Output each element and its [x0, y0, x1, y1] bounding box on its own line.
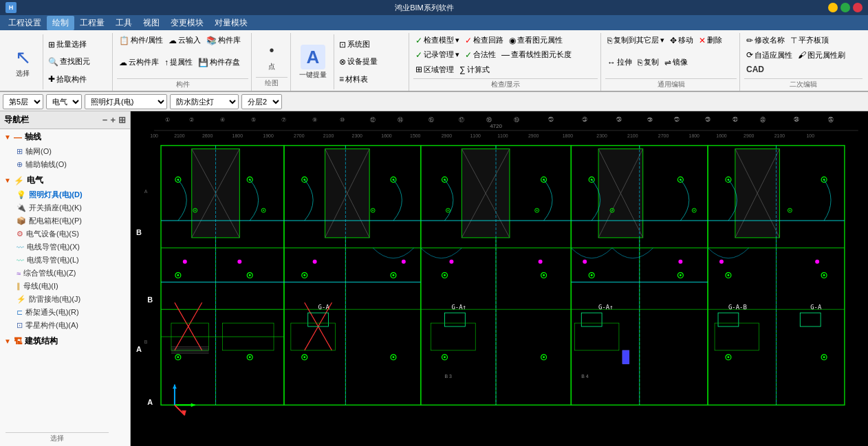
title-bar: H 鸿业BIM系列软件	[0, 0, 868, 15]
close-button[interactable]	[853, 3, 862, 12]
modify-name-label: 修改名称	[755, 35, 785, 45]
nav-plus-btn[interactable]: +	[110, 115, 116, 125]
prop-brush-icon: 🖌	[798, 50, 806, 60]
sidebar-item-axis-grid[interactable]: ⊞ 轴网(O)	[0, 145, 130, 158]
svg-point-118	[392, 356, 394, 358]
check-circuit-btn[interactable]: ✓ 检查回路	[463, 34, 506, 46]
sidebar-item-distribution-box[interactable]: 📦 配电箱柜(电)(P)	[0, 214, 130, 227]
wire-icon: 〰	[17, 256, 24, 265]
point-btn[interactable]: • 点	[254, 34, 289, 76]
copy-to-other-btn[interactable]: ⎘ 复制到其它层▾	[605, 34, 666, 46]
main-layout: 导航栏 − + ⊞ ▼ — 轴线 ⊞ 轴网(O) ⊕	[0, 111, 868, 446]
svg-point-112	[303, 274, 305, 276]
comp-lib-btn[interactable]: 📚 构件库	[204, 34, 243, 46]
svg-text:B: B	[144, 339, 148, 344]
sidebar-item-elec-equip[interactable]: ⚙ 电气设备(电)(S)	[0, 227, 130, 241]
cad-btn[interactable]: CAD	[744, 64, 766, 75]
one-key-prompt-btn[interactable]: A 一键提量	[295, 41, 331, 82]
electrical-section-header[interactable]: ▼ ⚡ 电气	[0, 172, 130, 188]
axis-grid-label: 轴网(O)	[25, 146, 52, 157]
sidebar-item-zero-comp[interactable]: ⊡ 零星构件(电)(A)	[0, 319, 130, 332]
view-line-btn[interactable]: — 查看线性图元长度	[499, 49, 574, 60]
copy-btn[interactable]: ⎘ 复制	[636, 56, 661, 68]
material-table-btn[interactable]: ≡ 材料表	[337, 74, 380, 85]
view-element-btn[interactable]: ◉ 查看图元属性	[507, 34, 565, 46]
type-select[interactable]: 防水防尘灯	[170, 94, 239, 109]
ribbon-group-secondary-edit: ✏ 修改名称 ⊤ 平齐板顶 ⟳ 自适应属性 🖌 图元属性刷 CAD 二次编辑	[741, 33, 865, 91]
auto-adapt-btn[interactable]: ⟳ 自适应属性	[744, 49, 794, 61]
sidebar-item-switch-socket[interactable]: 🔌 开关插座(电)(K)	[0, 201, 130, 214]
delete-btn[interactable]: ✕ 删除	[697, 34, 724, 46]
secondary-edit-content: ✏ 修改名称 ⊤ 平齐板顶 ⟳ 自适应属性 🖌 图元属性刷 CAD	[744, 34, 862, 77]
system-diagram-btn[interactable]: ⊡ 系统图	[337, 38, 380, 50]
discipline-select[interactable]: 电气	[46, 94, 82, 109]
elec-equip-icon: ⚙	[17, 230, 23, 238]
drawing-area[interactable]: ①②④ ⑤⑦⑨ ⑩⑫⑭ ⑮⑰⑱ ⑲㉑㉓ ㉔㉖㉗ ㉙㉛㉝ ㉞㉟ 100 2100 …	[131, 111, 868, 446]
dist-box-icon: 📦	[17, 216, 26, 225]
elem-prop-brush-btn[interactable]: 🖌 图元属性刷	[796, 49, 847, 61]
mirror-btn[interactable]: ⇌ 镜像	[662, 56, 690, 68]
sidebar-item-integrated[interactable]: ≈ 综合管线(电)(Z)	[0, 267, 130, 280]
copy-other-label: 复制到其它层	[614, 35, 659, 45]
sidebar-item-bridge[interactable]: ⊏ 桥架通头(电)(R)	[0, 306, 130, 319]
menu-dimension-module[interactable]: 对量模块	[209, 16, 253, 30]
modify-name-btn[interactable]: ✏ 修改名称	[744, 34, 787, 46]
legality-btn[interactable]: ✓ 合法性	[463, 49, 498, 60]
pick-component-btn[interactable]: ✚ 拾取构件	[46, 74, 92, 85]
maximize-button[interactable]	[840, 3, 850, 12]
menu-project-settings[interactable]: 工程设置	[3, 16, 47, 30]
menu-view[interactable]: 视图	[138, 16, 165, 30]
menu-engineering[interactable]: 工程量	[74, 16, 110, 30]
svg-text:2100: 2100	[627, 133, 638, 138]
floor-select[interactable]: 第5层	[3, 94, 43, 109]
batch-select-btn[interactable]: ⊞ 批量选择	[46, 38, 92, 50]
comp-prop-label: 构件/属性	[131, 35, 163, 45]
select-icon: ↖	[12, 46, 34, 68]
svg-point-128	[444, 356, 446, 358]
svg-text:⑲: ⑲	[514, 117, 519, 123]
integrated-icon: ≈	[17, 269, 21, 278]
material-table-icon: ≡	[339, 74, 344, 84]
calc-formula-btn[interactable]: ∑ 计算式	[457, 64, 492, 76]
structure-section-header[interactable]: ▼ 🏗 建筑结构	[0, 333, 130, 349]
svg-text:1900: 1900	[263, 133, 274, 138]
stretch-btn[interactable]: ↔ 拉伸	[605, 56, 634, 68]
sublevel-select[interactable]: 分层2	[241, 94, 282, 109]
sidebar-item-aux-axis[interactable]: ⊕ 辅助轴线(O)	[0, 158, 130, 171]
nav-grid-btn[interactable]: ⊞	[118, 115, 126, 125]
equipment-prompt-btn[interactable]: ⊗ 设备提量	[337, 56, 380, 67]
bridge-label: 桥架通头(电)(R)	[25, 307, 79, 317]
lighting-icon: 💡	[17, 190, 26, 199]
comp-save-btn[interactable]: 💾 构件存盘	[196, 56, 242, 68]
comp-prop-btn[interactable]: 📋 构件/属性	[117, 34, 165, 46]
nav-minus-btn[interactable]: −	[102, 115, 108, 125]
record-mgmt-btn[interactable]: ✓ 记录管理▾	[413, 49, 462, 60]
switch-icon: 🔌	[17, 203, 26, 212]
menu-tools[interactable]: 工具	[110, 16, 138, 30]
sidebar-item-wire-conduit[interactable]: 〰 电缆导管(电)(L)	[0, 254, 130, 267]
move-btn[interactable]: ✥ 移动	[668, 34, 695, 46]
move-icon: ✥	[670, 36, 677, 45]
check-model-btn[interactable]: ✓ 检查模型▾	[413, 34, 462, 46]
area-mgmt-btn[interactable]: ⊞ 区域管理	[413, 64, 456, 76]
sidebar-item-busbar[interactable]: ∥ 母线(电)(I)	[0, 280, 130, 293]
sidebar-item-cable-conduit[interactable]: 〰 电线导管(电)(X)	[0, 241, 130, 254]
svg-point-130	[543, 356, 545, 358]
category-select[interactable]: 照明灯具(电)	[85, 94, 167, 109]
cloud-input-btn[interactable]: ☁ 云输入	[166, 34, 203, 46]
menu-draw[interactable]: 绘制	[47, 16, 74, 30]
select-button[interactable]: ↖ 选择	[6, 41, 40, 82]
find-element-btn[interactable]: 🔍 查找图元	[46, 56, 92, 67]
axis-section-header[interactable]: ▼ — 轴线	[0, 129, 130, 145]
sidebar-item-lightning[interactable]: ⚡ 防雷接地(电)(J)	[0, 293, 130, 306]
minimize-button[interactable]	[828, 3, 838, 12]
flat-board-btn[interactable]: ⊤ 平齐板顶	[788, 34, 831, 46]
sidebar: 导航栏 − + ⊞ ▼ — 轴线 ⊞ 轴网(O) ⊕	[0, 111, 131, 446]
prop-brush-label: 图元属性刷	[807, 50, 845, 60]
svg-text:㉞: ㉞	[794, 117, 799, 123]
sidebar-item-lighting[interactable]: 💡 照明灯具(电)(D)	[0, 188, 130, 201]
svg-text:㉑: ㉑	[548, 117, 554, 123]
extract-prop-btn[interactable]: ↑ 提属性	[162, 56, 195, 68]
cloud-lib-btn[interactable]: ☁ 云构件库	[117, 56, 161, 68]
menu-change-module[interactable]: 变更模块	[165, 16, 209, 30]
